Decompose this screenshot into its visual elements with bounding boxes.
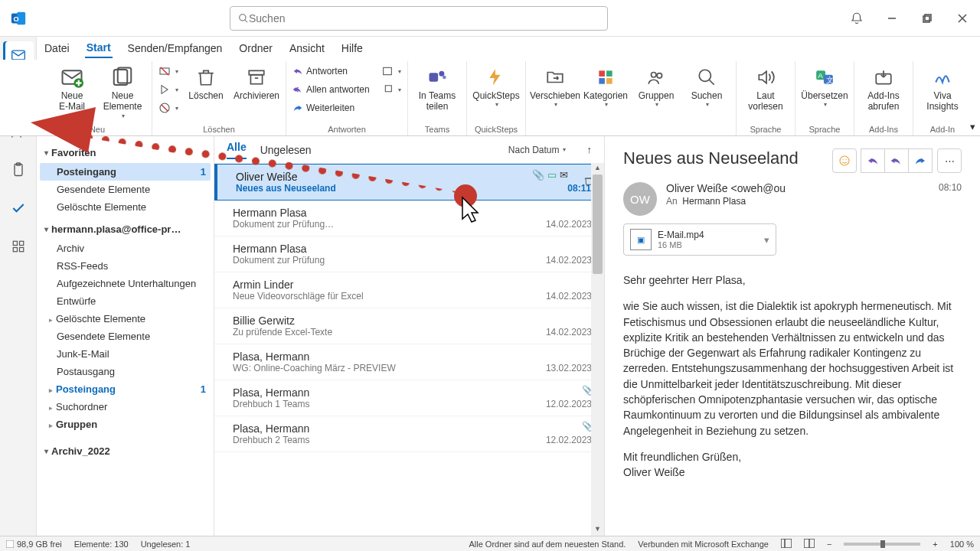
account-section[interactable]: ▾hermann.plasa@office-pr… xyxy=(40,219,211,240)
close-button[interactable] xyxy=(945,0,980,37)
folder-outbox[interactable]: Postausgang xyxy=(40,363,211,380)
attachment-file-icon: ▣ xyxy=(630,229,652,250)
quicksteps-button[interactable]: QuickSteps xyxy=(473,61,519,109)
to-label: An xyxy=(666,196,678,207)
message-item[interactable]: Hermann Plasa Dokument zur Prüfung…14.02… xyxy=(214,201,604,236)
tab-help[interactable]: Hilfe xyxy=(340,39,364,57)
forward-pane-button[interactable] xyxy=(908,148,933,173)
new-items-button[interactable]: Neue Elemente xyxy=(100,61,145,119)
archive-2022-section[interactable]: ▾Archiv_2022 xyxy=(40,441,211,461)
junk-button[interactable] xyxy=(158,99,178,116)
message-item[interactable]: Plasa, Hermann WG: Online-Coaching März … xyxy=(214,344,604,380)
mark-read-icon[interactable]: ✉ xyxy=(560,169,568,181)
attachment-chevron-icon[interactable]: ▾ xyxy=(764,234,769,246)
read-aloud-button[interactable]: Laut vorlesen xyxy=(743,61,789,112)
svg-rect-42 xyxy=(599,78,605,84)
message-item[interactable]: Oliver Weiße Neues aus Neuseeland08:11 📎… xyxy=(214,164,604,201)
tab-file[interactable]: Datei xyxy=(43,39,71,57)
svg-rect-56 xyxy=(6,540,14,548)
sort-direction-button[interactable]: ↑ xyxy=(587,144,593,155)
zoom-slider[interactable] xyxy=(844,543,920,546)
svg-point-3 xyxy=(240,14,246,20)
message-item[interactable]: Plasa, Hermann Drehbuch 1 Teams12.02.202… xyxy=(214,380,604,416)
folder-deleted-favorite[interactable]: Gelöschte Elemente xyxy=(40,198,211,216)
notifications-button[interactable] xyxy=(839,0,874,37)
delete-button[interactable]: Löschen xyxy=(183,61,229,101)
status-sync: Alle Ordner sind auf dem neuesten Stand. xyxy=(469,540,626,549)
folder-inbox[interactable]: ▸Posteingang1 xyxy=(40,380,211,398)
share-teams-small-button[interactable] xyxy=(381,81,401,98)
tab-view[interactable]: Ansicht xyxy=(288,39,326,57)
message-item[interactable]: Armin Linder Neue Videovorschläge für Ex… xyxy=(214,272,604,308)
svg-point-53 xyxy=(840,156,849,165)
more-apps-rail-button[interactable] xyxy=(3,233,34,260)
categories-button[interactable]: Kategorien xyxy=(583,61,629,109)
folder-sent[interactable]: Gesendete Elemente xyxy=(40,328,211,345)
restore-button[interactable] xyxy=(910,0,945,37)
ribbon-collapse-button[interactable]: ▾ xyxy=(970,121,975,132)
folder-drafts[interactable]: Entwürfe xyxy=(40,292,211,310)
group-new-label: Neu xyxy=(49,123,145,135)
reply-pane-button[interactable] xyxy=(861,148,885,173)
minimize-button[interactable] xyxy=(874,0,910,37)
reply-all-button[interactable]: Allen antworten xyxy=(292,81,377,98)
sort-button[interactable]: Nach Datum xyxy=(508,145,566,155)
more-actions-button[interactable]: ⋯ xyxy=(937,148,962,173)
ignore-button[interactable] xyxy=(158,63,178,80)
groups-button[interactable]: Gruppen xyxy=(633,61,679,109)
search-box[interactable] xyxy=(230,6,608,31)
view-reading-button[interactable] xyxy=(804,539,815,549)
folder-inbox-favorite[interactable]: Posteingang1 xyxy=(40,163,211,181)
message-item[interactable]: Hermann Plasa Dokument zur Prüfung14.02.… xyxy=(214,236,604,272)
folder-pane: ▾Favoriten Posteingang1 Gesendete Elemen… xyxy=(37,136,214,536)
translate-button[interactable]: A文Übersetzen xyxy=(802,61,848,109)
teams-share-button[interactable]: In Teams teilen xyxy=(414,61,460,112)
svg-rect-34 xyxy=(250,75,262,84)
message-list-scrollbar[interactable]: ▲ ▼ xyxy=(591,164,604,536)
view-normal-button[interactable] xyxy=(781,539,792,549)
message-item[interactable]: Plasa, Hermann Drehbuch 2 Teams12.02.202… xyxy=(214,416,604,452)
avatar: OW xyxy=(623,182,657,216)
svg-text:文: 文 xyxy=(826,76,834,84)
archive-button[interactable]: Archivieren xyxy=(234,61,279,101)
menu-tabs: Datei Start Senden/Empfangen Ordner Ansi… xyxy=(0,37,980,60)
folder-archive[interactable]: Archiv xyxy=(40,240,211,257)
move-button[interactable]: Verschieben xyxy=(532,61,578,109)
meeting-reply-button[interactable] xyxy=(381,63,401,80)
message-date: 14.02.2023 xyxy=(546,327,592,337)
react-button[interactable] xyxy=(832,148,857,173)
forward-button[interactable]: Weiterleiten xyxy=(292,99,377,116)
folder-rss[interactable]: RSS-Feeds xyxy=(40,257,211,275)
attachment[interactable]: ▣ E-Mail.mp4 16 MB ▾ xyxy=(623,223,776,256)
tasks-rail-button[interactable] xyxy=(3,156,34,184)
sender-name: Oliver Weiße <oweh@ou xyxy=(666,182,929,194)
todo-rail-button[interactable] xyxy=(3,194,34,222)
status-unread: Ungelesen: 1 xyxy=(141,540,191,549)
reply-all-pane-button[interactable] xyxy=(884,148,909,173)
folder-deleted[interactable]: ▸Gelöschte Elemente xyxy=(40,310,211,328)
tab-folder[interactable]: Ordner xyxy=(237,39,274,57)
zoom-out-button[interactable]: − xyxy=(827,540,831,549)
get-addins-button[interactable]: Add-Ins abrufen xyxy=(861,61,906,112)
favorites-section[interactable]: ▾Favoriten xyxy=(40,142,211,163)
outlook-icon: O xyxy=(0,10,37,27)
folder-search-folders[interactable]: ▸Suchordner xyxy=(40,398,211,416)
tab-start[interactable]: Start xyxy=(85,38,113,58)
cleanup-button[interactable] xyxy=(158,81,178,98)
list-tab-all[interactable]: Alle xyxy=(227,141,247,159)
flag-icon[interactable]: ▭ xyxy=(547,169,557,181)
folder-sent-favorite[interactable]: Gesendete Elemente xyxy=(40,181,211,198)
folder-groups[interactable]: ▸Gruppen xyxy=(40,416,211,433)
tab-send-receive[interactable]: Senden/Empfangen xyxy=(126,39,224,57)
new-mail-button[interactable]: Neue E-Mail xyxy=(49,61,95,112)
zoom-in-button[interactable]: + xyxy=(933,540,937,549)
search-input[interactable] xyxy=(249,12,599,24)
message-item[interactable]: Billie Gerwitz Zu prüfende Excel-Texte14… xyxy=(214,308,604,344)
message-subject: Neues aus Neuseeland xyxy=(623,148,799,168)
folder-conversations[interactable]: Aufgezeichnete Unterhaltungen xyxy=(40,275,211,292)
search-ribbon-button[interactable]: Suchen xyxy=(684,61,730,109)
viva-insights-button[interactable]: Viva Insights xyxy=(920,61,965,112)
folder-junk[interactable]: Junk-E-Mail xyxy=(40,345,211,363)
reply-button[interactable]: Antworten xyxy=(292,63,377,80)
list-tab-unread[interactable]: Ungelesen xyxy=(260,144,312,156)
